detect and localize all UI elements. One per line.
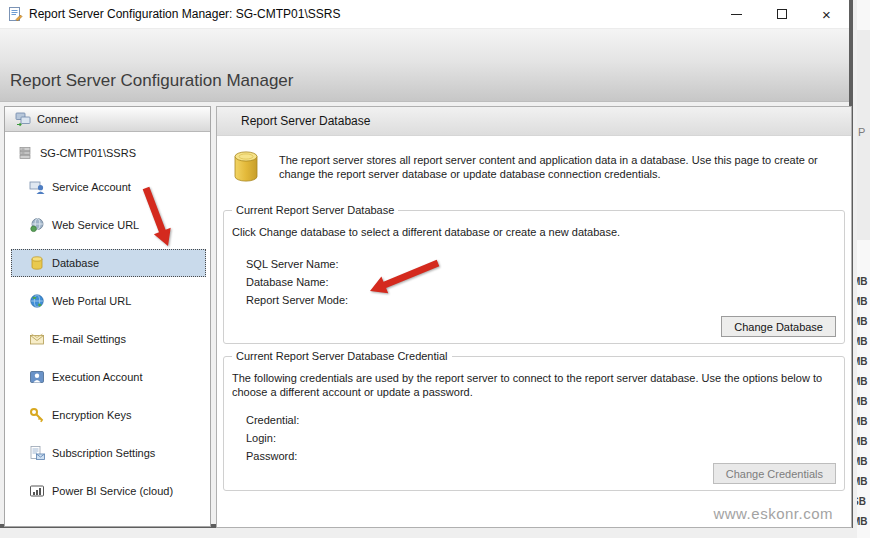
- size-fragment: MB: [857, 452, 870, 472]
- sidebar-item-web-service-url[interactable]: Web Service URL: [11, 211, 206, 239]
- size-fragment: SB: [857, 492, 870, 512]
- field-label-report-server-mode: Report Server Mode:: [246, 294, 376, 306]
- size-fragment: MB: [857, 472, 870, 492]
- web-portal-url-icon: [29, 293, 45, 309]
- intro-text: The report server stores all report serv…: [279, 151, 827, 183]
- sidebar-item-label: Encryption Keys: [52, 409, 131, 421]
- titlebar: Report Server Configuration Manager: SG-…: [0, 0, 849, 29]
- field-label-database-name: Database Name:: [246, 276, 376, 288]
- sidebar-item-label: Power BI Service (cloud): [52, 485, 173, 497]
- sidebar-item-label: Service Account: [52, 181, 131, 193]
- size-fragment: MB: [857, 372, 870, 392]
- maximize-icon: [777, 9, 787, 19]
- size-fragment: MB: [857, 392, 870, 412]
- size-fragment: MB: [857, 312, 870, 332]
- close-icon: ×: [822, 7, 831, 22]
- field-label-sql-server-name: SQL Server Name:: [246, 258, 376, 270]
- sidebar: Connect SG-CMTP01\SSRS Service Account: [4, 106, 211, 527]
- group-legend: Current Report Server Database Credentia…: [232, 350, 452, 362]
- page-title: Report Server Database: [241, 114, 370, 128]
- app-window: Report Server Configuration Manager: SG-…: [0, 0, 853, 528]
- sidebar-nav: Service Account Web Service URL Database: [5, 173, 210, 505]
- service-account-icon: [29, 179, 45, 195]
- size-fragment: MB: [857, 412, 870, 432]
- maximize-button[interactable]: [759, 0, 804, 29]
- field-label-login: Login:: [246, 432, 376, 444]
- field-row: Credential:: [246, 411, 844, 429]
- sidebar-item-service-account[interactable]: Service Account: [11, 173, 206, 201]
- subscription-settings-icon: [29, 445, 45, 461]
- sidebar-item-email-settings[interactable]: E-mail Settings: [11, 325, 206, 353]
- field-row: Database Name:: [246, 273, 844, 291]
- current-database-group: Current Report Server Database Click Cha…: [223, 210, 845, 344]
- size-fragment: MB: [857, 272, 870, 292]
- header-band: Report Server Configuration Manager: [0, 29, 849, 102]
- sidebar-item-label: Execution Account: [52, 371, 143, 383]
- size-fragment: MB: [857, 512, 870, 532]
- field-label-password: Password:: [246, 450, 376, 462]
- field-label-credential: Credential:: [246, 414, 376, 426]
- field-row: SQL Server Name:: [246, 255, 844, 273]
- sidebar-item-execution-account[interactable]: Execution Account: [11, 363, 206, 391]
- window-title: Report Server Configuration Manager: SG-…: [29, 7, 340, 21]
- sidebar-item-power-bi-service[interactable]: Power BI Service (cloud): [11, 477, 206, 505]
- database-cylinder-icon: [233, 151, 259, 183]
- email-settings-icon: [29, 331, 45, 347]
- close-button[interactable]: ×: [804, 0, 849, 29]
- sidebar-item-label: Database: [52, 257, 99, 269]
- intro-section: The report server stores all report serv…: [217, 136, 851, 183]
- size-fragment: MB: [857, 332, 870, 352]
- window-controls: ×: [714, 0, 849, 29]
- connect-label: Connect: [37, 113, 78, 125]
- group-description: Click Change database to select a differ…: [232, 226, 836, 240]
- main-panel: Report Server Database The report server…: [216, 106, 852, 528]
- background-size-fragments: MBMBMBMBMBMBMBMBMBMBMBSBMB: [857, 272, 870, 532]
- database-fields: SQL Server Name: Database Name: Report S…: [246, 255, 844, 309]
- field-row: Login:: [246, 429, 844, 447]
- sidebar-item-database[interactable]: Database: [11, 249, 206, 277]
- minimize-icon: [731, 14, 742, 15]
- sidebar-item-web-portal-url[interactable]: Web Portal URL: [11, 287, 206, 315]
- server-icon: [17, 145, 33, 161]
- execution-account-icon: [29, 369, 45, 385]
- power-bi-icon: [29, 483, 45, 499]
- web-service-url-icon: [29, 217, 45, 233]
- background-page-strip: P MBMBMBMBMBMBMBMBMBMBMBSBMB: [857, 0, 870, 538]
- app-heading: Report Server Configuration Manager: [10, 71, 293, 91]
- sidebar-item-subscription-settings[interactable]: Subscription Settings: [11, 439, 206, 467]
- size-fragment: MB: [857, 432, 870, 452]
- sidebar-item-encryption-keys[interactable]: Encryption Keys: [11, 401, 206, 429]
- size-fragment: MB: [857, 292, 870, 312]
- sidebar-item-label: Web Service URL: [52, 219, 139, 231]
- sidebar-item-label: Subscription Settings: [52, 447, 155, 459]
- credential-fields: Credential: Login: Password:: [246, 411, 844, 465]
- group-description: The following credentials are used by th…: [232, 372, 836, 399]
- background-text-fragment: P: [858, 126, 865, 138]
- server-node[interactable]: SG-CMTP01\SSRS: [17, 145, 210, 161]
- credential-group: Current Report Server Database Credentia…: [223, 356, 845, 491]
- database-icon: [29, 255, 45, 271]
- app-icon: [7, 6, 23, 22]
- field-row: Report Server Mode:: [246, 291, 844, 309]
- watermark: www.eskonr.com: [713, 505, 833, 522]
- sidebar-item-label: E-mail Settings: [52, 333, 126, 345]
- change-database-button[interactable]: Change Database: [721, 316, 836, 337]
- server-label: SG-CMTP01\SSRS: [40, 147, 136, 159]
- minimize-button[interactable]: [714, 0, 759, 29]
- page-header: Report Server Database: [217, 107, 851, 136]
- connect-icon: [15, 111, 31, 127]
- encryption-keys-icon: [29, 407, 45, 423]
- connect-header[interactable]: Connect: [5, 107, 210, 132]
- change-credentials-button[interactable]: Change Credentials: [713, 463, 836, 484]
- sidebar-item-label: Web Portal URL: [52, 295, 131, 307]
- group-legend: Current Report Server Database: [232, 204, 398, 216]
- size-fragment: MB: [857, 352, 870, 372]
